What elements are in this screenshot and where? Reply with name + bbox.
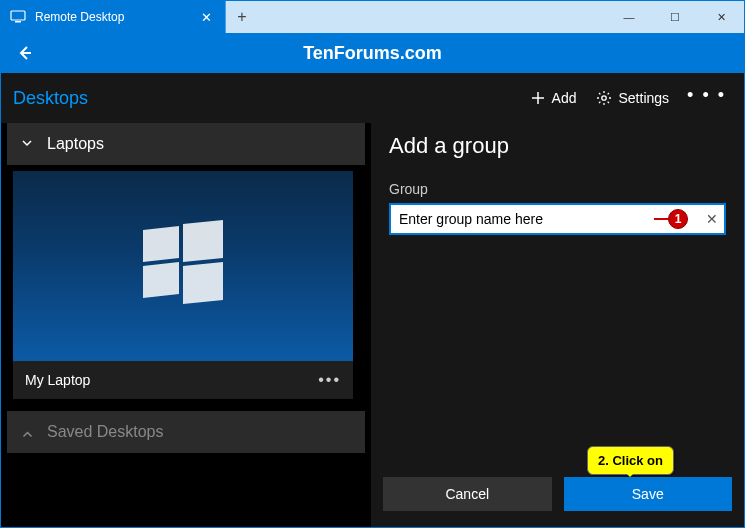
- gear-icon: [596, 90, 612, 106]
- cancel-button[interactable]: Cancel: [383, 477, 552, 511]
- new-tab-button[interactable]: +: [226, 1, 258, 33]
- content-area: Desktops Laptops My Lap: [1, 73, 744, 527]
- window-titlebar: Remote Desktop ✕ + — ☐ ✕: [1, 1, 744, 33]
- pc-thumbnail: [13, 171, 353, 361]
- right-pane: Add Settings • • • Add a group Group ✕ 1: [371, 73, 744, 527]
- settings-label: Settings: [618, 90, 669, 106]
- form-title: Add a group: [389, 133, 726, 159]
- tab-label: Remote Desktop: [35, 10, 201, 24]
- group-row-laptops[interactable]: Laptops: [7, 123, 365, 165]
- group-field-label: Group: [389, 181, 726, 197]
- svg-rect-0: [11, 11, 25, 20]
- svg-rect-1: [15, 21, 21, 23]
- window-close-button[interactable]: ✕: [698, 1, 744, 33]
- left-pane-header: Desktops: [1, 73, 371, 123]
- add-label: Add: [552, 90, 577, 106]
- pc-list: My Laptop •••: [1, 165, 371, 405]
- watermark-text: TenForums.com: [303, 43, 442, 64]
- pc-footer: My Laptop •••: [13, 361, 353, 399]
- pc-more-button[interactable]: •••: [318, 371, 341, 389]
- group-label: Laptops: [47, 135, 104, 153]
- remote-desktop-icon: [9, 8, 27, 26]
- save-button[interactable]: Save: [564, 477, 733, 511]
- pc-name-label: My Laptop: [25, 372, 90, 388]
- arrow-left-icon: [15, 43, 35, 63]
- tab-strip: Remote Desktop ✕ +: [1, 1, 606, 33]
- nav-bar: TenForums.com: [1, 33, 744, 73]
- window-controls: — ☐ ✕: [606, 1, 744, 33]
- windows-logo-icon: [143, 222, 223, 302]
- group-label: Saved Desktops: [47, 423, 164, 441]
- window-maximize-button[interactable]: ☐: [652, 1, 698, 33]
- form-button-row: Cancel Save: [383, 477, 732, 511]
- chevron-right-icon: [22, 424, 37, 440]
- add-group-form: Add a group Group ✕ 1: [383, 123, 732, 527]
- window-minimize-button[interactable]: —: [606, 1, 652, 33]
- tab-strip-bg: [258, 1, 606, 33]
- desktops-heading: Desktops: [13, 88, 88, 109]
- back-button[interactable]: [1, 33, 49, 73]
- left-pane: Desktops Laptops My Lap: [1, 73, 371, 527]
- add-button[interactable]: Add: [522, 84, 585, 112]
- group-name-input[interactable]: [389, 203, 726, 235]
- tab-close-icon[interactable]: ✕: [201, 10, 217, 25]
- clear-input-button[interactable]: ✕: [706, 211, 718, 227]
- group-input-wrap: ✕ 1: [389, 203, 726, 235]
- pc-card[interactable]: My Laptop •••: [13, 171, 353, 399]
- group-row-saved-desktops[interactable]: Saved Desktops: [7, 411, 365, 453]
- top-action-bar: Add Settings • • •: [383, 73, 732, 123]
- more-button[interactable]: • • •: [681, 85, 732, 112]
- svg-point-5: [602, 96, 606, 100]
- app-tab-remote-desktop[interactable]: Remote Desktop ✕: [1, 1, 226, 33]
- settings-button[interactable]: Settings: [588, 84, 677, 112]
- plus-icon: [530, 90, 546, 106]
- chevron-down-icon: [21, 137, 37, 152]
